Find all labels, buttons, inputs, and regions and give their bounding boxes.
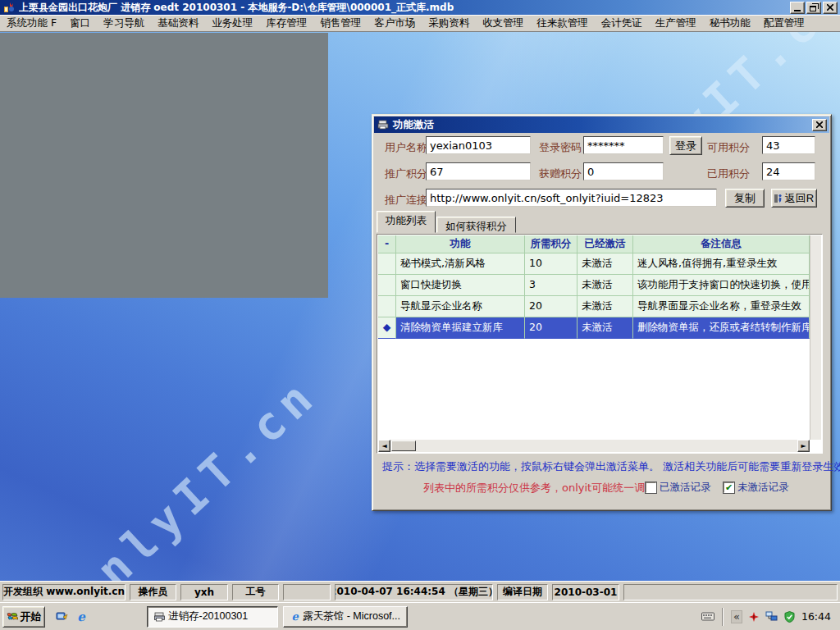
row-marker [378,253,396,275]
menu-accounts[interactable]: 往来款管理 [530,15,595,32]
table-row-selected[interactable]: ◆ 清除物资单据建立新库 20 未激活 删除物资单据，还原或者结转制作新库 [378,317,810,339]
menu-income-expense[interactable]: 收支管理 [476,15,530,32]
tray-red-app-icon[interactable] [747,610,760,623]
password-input[interactable] [583,136,664,154]
menu-sales[interactable]: 销售管理 [313,15,368,32]
checkbox-activated-box[interactable] [646,482,656,493]
tray-chevron-icon[interactable]: « [731,610,742,623]
checkbox-activated-records[interactable]: 已激活记录 [646,481,711,495]
status-empty-panel [623,584,838,600]
checkbox-inactive-label: 未激活记录 [737,481,789,495]
tray-clock[interactable]: 16:44 [801,610,834,623]
status-compile-label: 编译日期 [497,584,548,600]
header-activated[interactable]: 已经激活 [578,235,633,253]
start-button[interactable]: 开始 [2,606,45,628]
tab-how-to-get-points[interactable]: 如何获得积分 [436,217,516,233]
row-note: 迷人风格,值得拥有,重登录生效 [633,253,810,275]
tab-function-list[interactable]: 功能列表 [377,211,436,233]
menu-base-data[interactable]: 基础资料 [151,15,205,32]
quicklaunch-desktop-icon[interactable] [55,610,68,623]
window-title: 上栗县金园出口花炮厂 进销存 oedt 20100301 - 本地服务-D:\仓… [19,1,454,15]
ie-icon: e [290,610,299,623]
taskbar: 开始 e 进销存-20100301 e 露天茶馆 - Microsof... « [0,602,840,630]
copy-button[interactable]: 复制 [725,189,765,208]
app-icon [2,1,16,14]
dialog-close-button[interactable] [812,119,827,131]
tray-separator [722,608,724,626]
tabstrip: 功能列表 如何获得积分 [377,215,517,233]
promo-points-input[interactable] [426,162,531,180]
task-label: 进销存-20100301 [168,609,248,623]
minimize-button[interactable] [790,2,805,14]
return-button[interactable]: 返回R [771,189,817,208]
row-points: 10 [525,253,578,275]
start-button-label: 开始 [21,609,42,624]
menu-inventory[interactable]: 库存管理 [259,15,313,32]
minimize-icon [794,10,801,11]
table-row[interactable]: 窗口快捷切换 3 未激活 该功能用于支持窗口的快速切换，使用 [378,275,810,296]
status-datetime: 2010-04-07 16:44:54 （星期三） [335,584,493,600]
row-marker [378,296,396,317]
dialog-title: 功能激活 [393,118,434,132]
gift-points-label: 获赠积分 [539,167,582,181]
taskbar-task-browser[interactable]: e 露天茶馆 - Microsof... [283,606,408,628]
menu-secretary[interactable]: 秘书功能 [703,15,757,32]
menu-config[interactable]: 配置管理 [757,15,811,32]
row-points: 20 [525,296,578,317]
header-note[interactable]: 备注信息 [633,235,810,253]
watermark-text: onlyIT.cn [61,368,327,581]
menu-production[interactable]: 生产管理 [649,15,703,32]
row-note: 该功能用于支持窗口的快速切换，使用 [633,275,810,296]
gray-panel [0,33,328,298]
checkbox-inactive-box[interactable]: ✔ [724,482,734,493]
gift-points-input[interactable] [583,162,664,180]
menu-learning-nav[interactable]: 学习导航 [97,15,151,32]
scroll-thumb[interactable] [391,441,416,451]
horizontal-scrollbar[interactable]: ◄ ► [378,440,810,452]
function-activation-dialog: 功能激活 用户名称 登录密码 登录 可用积分 推广积分 获赠积分 已用积分 推广… [372,114,832,511]
menu-customer[interactable]: 客户市场 [368,15,422,32]
login-button[interactable]: 登录 [669,136,702,155]
username-input[interactable] [426,136,531,154]
grid-header-row: - 功能 所需积分 已经激活 备注信息 [378,235,810,253]
menu-business[interactable]: 业务处理 [205,15,259,32]
used-points-input[interactable] [762,162,815,180]
header-feature[interactable]: 功能 [396,235,525,253]
hint-line2: 列表中的所需积分仅供参考，onlyit可能统一调整 [423,481,655,495]
scroll-left-button[interactable]: ◄ [378,440,390,452]
restore-icon [810,6,816,11]
available-points-input[interactable] [762,136,815,154]
tray-shield-icon[interactable] [783,610,797,623]
quicklaunch-ie-icon[interactable]: e [75,610,88,623]
table-row[interactable]: 秘书模式,清新风格 10 未激活 迷人风格,值得拥有,重登录生效 [378,253,810,275]
status-compile-value: 2010-03-01 [552,584,619,600]
hint-line1: 提示：选择需要激活的功能，按鼠标右键会弹出激活菜单。 激活相关功能后可能需要重新… [382,459,840,474]
menubar: 系统功能 F 窗口 学习导航 基础资料 业务处理 库存管理 销售管理 客户市场 … [0,15,840,32]
tray-network-icon[interactable] [765,610,778,623]
taskbar-task-jxc[interactable]: 进销存-20100301 [147,606,278,628]
dialog-titlebar[interactable]: 功能激活 [374,116,829,133]
status-dev-org: 开发组织 www.onlyit.cn [2,584,126,600]
restore-button[interactable] [806,2,821,14]
promo-link-input[interactable] [426,189,717,207]
scroll-right-button[interactable]: ► [797,440,810,452]
table-row[interactable]: 导航显示企业名称 20 未激活 导航界面显示企业名称，重登录生效 [378,296,810,317]
menu-vouchers[interactable]: 会计凭证 [595,15,649,32]
close-icon [827,4,833,11]
menu-window[interactable]: 窗口 [63,15,97,32]
vertical-scrollbar[interactable] [810,235,821,440]
row-note: 导航界面显示企业名称，重登录生效 [633,296,810,317]
status-worker-value [283,584,331,600]
menu-purchase[interactable]: 采购资料 [422,15,476,32]
window-titlebar: 上栗县金园出口花炮厂 进销存 oedt 20100301 - 本地服务-D:\仓… [0,0,840,15]
password-label: 登录密码 [539,140,582,155]
close-button[interactable] [823,2,838,14]
menu-system[interactable]: 系统功能 F [0,15,63,32]
selected-row-marker-icon: ◆ [378,317,396,339]
application-window: 上栗县金园出口花炮厂 进销存 oedt 20100301 - 本地服务-D:\仓… [0,0,840,630]
keyboard-tray-icon[interactable] [701,610,714,623]
row-activated: 未激活 [578,296,633,317]
checkbox-inactive-records[interactable]: ✔ 未激活记录 [724,481,789,495]
header-points[interactable]: 所需积分 [525,235,578,253]
dialog-close-icon [816,121,823,128]
